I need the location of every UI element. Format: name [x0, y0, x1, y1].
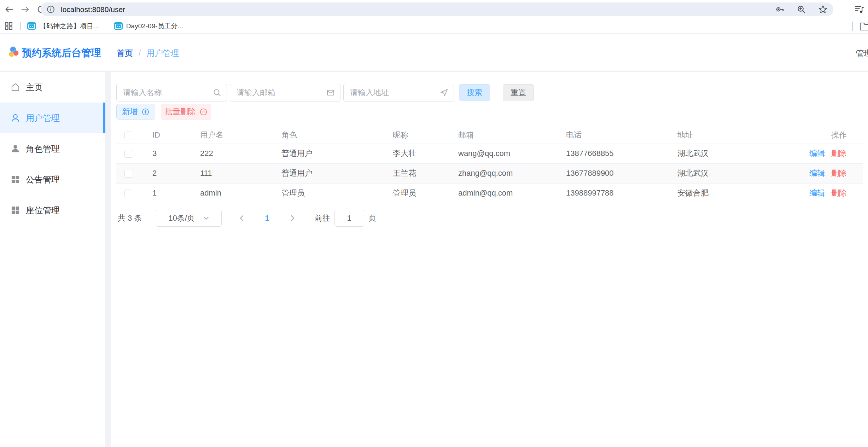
cell-role: 普通用户 — [277, 163, 389, 183]
bookmark-item[interactable]: Day02-09-员工分... — [114, 22, 183, 31]
search-button[interactable]: 搜索 — [459, 84, 490, 101]
app-logo-icon — [8, 46, 21, 59]
table-header-row: ID 用户名 角色 昵称 邮箱 电话 地址 操作 — [116, 127, 863, 144]
delete-link[interactable]: 删除 — [831, 188, 847, 197]
select-all-checkbox[interactable] — [124, 132, 132, 139]
row-checkbox[interactable] — [124, 190, 132, 197]
bilibili-favicon — [114, 22, 123, 30]
column-header-id: ID — [148, 127, 196, 144]
other-bookmarks-folder-icon[interactable] — [860, 22, 868, 31]
bookmark-star-icon[interactable] — [818, 5, 828, 14]
apps-grid-icon[interactable] — [4, 22, 13, 30]
bookmark-label: 【码神之路】项目... — [40, 22, 99, 31]
cell-email: zhang@qq.com — [454, 163, 562, 183]
address-field-wrap — [343, 84, 454, 101]
column-header-address: 地址 — [673, 127, 790, 144]
column-header-email: 邮箱 — [454, 127, 562, 144]
circle-plus-icon — [141, 108, 150, 116]
sidebar-item-label: 角色管理 — [26, 143, 60, 155]
sidebar-item-label: 用户管理 — [26, 112, 60, 124]
column-header-phone: 电话 — [562, 127, 673, 144]
cell-address: 安徽合肥 — [673, 183, 790, 203]
cell-email: admin@qq.com — [454, 183, 562, 203]
cell-email: wang@qq.com — [454, 144, 562, 163]
bookmark-label: Day02-09-员工分... — [126, 22, 183, 31]
cell-phone: 13877668855 — [562, 144, 673, 163]
address-input[interactable] — [343, 84, 454, 101]
edit-link[interactable]: 编辑 — [809, 149, 825, 158]
cell-nickname: 管理员 — [389, 183, 454, 203]
page-size-value: 10条/页 — [168, 213, 195, 224]
cell-role: 普通用户 — [277, 144, 389, 163]
delete-link[interactable]: 删除 — [831, 169, 847, 178]
main-content: 搜索 重置 新增 批量删除 — [111, 72, 868, 447]
add-button-label: 新增 — [122, 106, 138, 117]
cell-id: 1 — [148, 183, 196, 203]
current-page-number[interactable]: 1 — [265, 214, 269, 223]
page-size-select[interactable]: 10条/页 — [156, 210, 222, 227]
page-unit-label: 页 — [368, 213, 376, 224]
cell-username: 222 — [196, 144, 277, 163]
sidebar-item-home[interactable]: 主页 — [0, 72, 105, 103]
cell-id: 3 — [148, 144, 196, 163]
name-input[interactable] — [116, 84, 227, 101]
sidebar-item-seat-management[interactable]: 座位管理 — [0, 195, 105, 226]
column-header-role: 角色 — [277, 127, 389, 144]
add-button[interactable]: 新增 — [116, 104, 155, 120]
forward-icon[interactable] — [21, 5, 30, 14]
screen: localhost:8080/user 【码神之路】项目... — [0, 0, 868, 447]
prev-page-button[interactable] — [238, 214, 246, 222]
sidebar-item-role-management[interactable]: 角色管理 — [0, 133, 105, 164]
action-row: 新增 批量删除 — [116, 104, 863, 120]
filter-row: 搜索 重置 — [116, 84, 863, 101]
delete-link[interactable]: 删除 — [831, 149, 847, 158]
breadcrumb-current: 用户管理 — [146, 48, 179, 59]
total-count-label: 共 3 条 — [118, 213, 142, 224]
next-page-button[interactable] — [289, 214, 296, 222]
sidebar-item-label: 公告管理 — [26, 174, 60, 185]
browser-toolbar: localhost:8080/user — [0, 0, 868, 19]
circle-minus-icon — [199, 108, 208, 116]
back-icon[interactable] — [4, 5, 14, 14]
edit-link[interactable]: 编辑 — [809, 188, 825, 197]
cell-username: 111 — [196, 163, 277, 183]
cell-role: 管理员 — [277, 183, 389, 203]
cell-address: 湖北武汉 — [673, 163, 790, 183]
cell-username: admin — [196, 183, 277, 203]
pagination: 共 3 条 10条/页 1 前往 页 — [116, 210, 863, 227]
app-header: 预约系统后台管理 首页 / 用户管理 管理员 — [0, 34, 868, 71]
current-user-label[interactable]: 管理员 — [856, 48, 868, 59]
reset-button[interactable]: 重置 — [503, 84, 534, 101]
sidebar-item-notice-management[interactable]: 公告管理 — [0, 164, 105, 195]
breadcrumb-home[interactable]: 首页 — [117, 48, 133, 59]
cell-phone: 13677889900 — [562, 163, 673, 183]
cell-address: 湖北武汉 — [673, 144, 790, 163]
table-row: 3 222 普通用户 李大壮 wang@qq.com 13877668855 湖… — [116, 144, 863, 163]
site-info-icon[interactable] — [46, 5, 55, 14]
row-checkbox[interactable] — [124, 150, 132, 158]
url-text[interactable]: localhost:8080/user — [61, 5, 763, 14]
media-controls-icon[interactable] — [854, 5, 864, 14]
column-header-actions: 操作 — [790, 127, 863, 144]
user-outline-icon — [11, 113, 20, 123]
grid-icon — [11, 205, 20, 215]
sidebar-item-user-management[interactable]: 用户管理 — [0, 103, 105, 133]
bookmarks-right-separator — [852, 22, 853, 31]
user-table: ID 用户名 角色 昵称 邮箱 电话 地址 操作 3 222 普通用户 李大壮 — [116, 127, 863, 203]
home-outline-icon — [11, 82, 20, 92]
zoom-icon[interactable] — [797, 5, 806, 14]
password-key-icon[interactable] — [775, 5, 785, 14]
row-checkbox[interactable] — [124, 170, 132, 178]
cell-phone: 13988997788 — [562, 183, 673, 203]
sidebar: 主页 用户管理 角色管理 公告管理 座位管理 — [0, 72, 105, 447]
batch-delete-button[interactable]: 批量删除 — [161, 104, 211, 120]
column-header-nickname: 昵称 — [389, 127, 454, 144]
goto-page-input[interactable] — [334, 210, 364, 227]
name-field-wrap — [116, 84, 227, 101]
breadcrumb-separator: / — [139, 48, 141, 58]
email-input[interactable] — [230, 84, 340, 101]
bookmarks-bar: 【码神之路】项目... Day02-09-员工分... — [0, 19, 868, 34]
address-bar[interactable]: localhost:8080/user — [41, 2, 833, 16]
edit-link[interactable]: 编辑 — [809, 169, 825, 178]
bookmark-item[interactable]: 【码神之路】项目... — [27, 22, 99, 31]
